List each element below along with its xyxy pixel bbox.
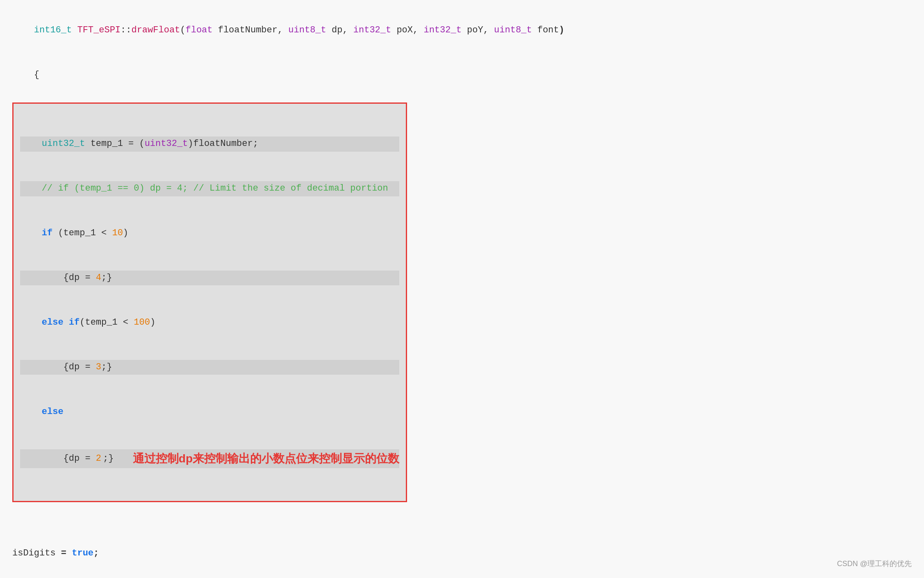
code-section-2: isDigits = true; char str[14]; // Array … (12, 516, 912, 578)
function-signature: int16_t TFT_eSPI::drawFloat(float floatN… (12, 8, 912, 53)
return-type: int16_t (34, 25, 72, 35)
param3-type: int32_t (353, 25, 391, 35)
param4-type: int32_t (423, 25, 461, 35)
code-line-5: else if(temp_1 < 100) (20, 315, 399, 330)
class-name: TFT_eSPI (77, 25, 121, 35)
highlighted-code-box: uint32_t temp_1 = (uint32_t)floatNumber;… (12, 102, 407, 503)
param2-type: uint8_t (288, 25, 326, 35)
function-name: drawFloat (131, 25, 180, 35)
param5-type: uint8_t (494, 25, 532, 35)
code-line-4: {dp = 4;} (20, 271, 399, 285)
code-line-2: // if (temp_1 == 0) dp = 4; // Limit the… (20, 181, 399, 196)
highlighted-annotation-block: uint32_t temp_1 = (uint32_t)floatNumber;… (12, 102, 912, 503)
code-line-1: uint32_t temp_1 = (uint32_t)floatNumber; (20, 137, 399, 151)
code-line-6: {dp = 3;} (20, 360, 399, 375)
param1-type: float (186, 25, 213, 35)
code-line-3: if (temp_1 < 10) (20, 226, 399, 241)
code-line-7: else (20, 405, 399, 419)
code-container: int16_t TFT_eSPI::drawFloat(float floatN… (12, 8, 912, 578)
watermark: CSDN @理工科的优先 (837, 558, 912, 570)
annotation-chinese: 通过控制dp来控制输出的小数点位来控制显示的位数 (133, 449, 399, 468)
open-brace: { (12, 53, 912, 98)
code-line-8: {dp = 2;} 通过控制dp来控制输出的小数点位来控制显示的位数 (20, 449, 399, 468)
isdigits-line: isDigits = true; (12, 546, 912, 561)
